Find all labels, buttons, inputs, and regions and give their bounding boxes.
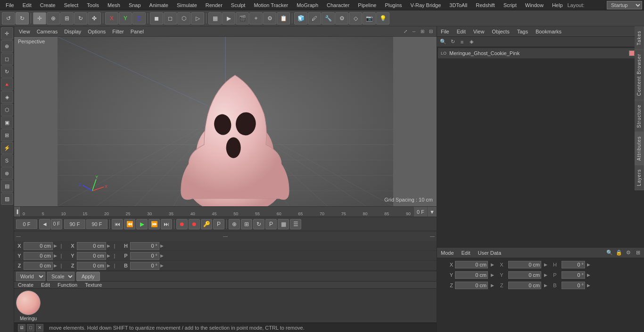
tab-layers[interactable]: Layers	[635, 165, 644, 190]
sidebar-btn-7[interactable]: ⬡	[1, 104, 13, 116]
coord-x-size-input[interactable]	[77, 242, 106, 250]
menu-snap[interactable]: Snap	[125, 1, 145, 9]
coord-z-pos-input[interactable]	[24, 262, 53, 270]
camera-button[interactable]: 📷	[363, 12, 376, 24]
coord-z-size-arrow[interactable]: ▶	[107, 263, 110, 268]
scale-tool-button[interactable]: ⊞	[60, 12, 74, 24]
sidebar-btn-3[interactable]: ◻	[1, 53, 13, 65]
coord-y-size-input[interactable]	[77, 252, 106, 260]
menu-window[interactable]: Window	[521, 1, 547, 9]
world-dropdown[interactable]: World Object	[16, 272, 45, 281]
attr-menu-mode[interactable]: Mode	[439, 250, 456, 256]
menu-3dtoall[interactable]: 3DToAll	[446, 1, 471, 9]
timeline-rotate-button[interactable]: ↻	[253, 219, 264, 229]
menu-tools[interactable]: Tools	[83, 1, 103, 9]
menu-vray[interactable]: V-Ray Bridge	[407, 1, 445, 9]
attr-menu-edit[interactable]: Edit	[460, 250, 472, 256]
attr-p-rot[interactable]	[561, 271, 585, 279]
start-frame-input[interactable]	[16, 219, 37, 229]
menu-mograph[interactable]: MoGraph	[293, 1, 322, 9]
sidebar-btn-4[interactable]: ↻	[1, 65, 13, 78]
material-menu-create[interactable]: Create	[16, 282, 35, 288]
frame-prev-arrow[interactable]: ◄	[39, 219, 50, 229]
menu-animate[interactable]: Animate	[146, 1, 172, 9]
apply-button[interactable]: Apply	[76, 272, 100, 281]
polygon-mode-button[interactable]: ▷	[191, 12, 204, 24]
menu-sculpt[interactable]: Sculpt	[227, 1, 249, 9]
tab-structure[interactable]: Structure	[635, 100, 644, 132]
coord-h-arrow[interactable]: ▶	[160, 243, 164, 248]
timeline-p-button[interactable]: P	[265, 219, 277, 229]
autokey-button[interactable]: ⏺	[189, 219, 200, 229]
null-button[interactable]: ◇	[349, 12, 362, 24]
object-mode-button[interactable]: ◼	[150, 12, 163, 24]
tab-takes[interactable]: Takes	[635, 26, 644, 49]
coord-x-pos-arrow[interactable]: ▶	[54, 243, 57, 248]
loop-end-input[interactable]	[86, 219, 107, 229]
coord-h-input[interactable]	[130, 242, 159, 250]
coord-x-size-arrow[interactable]: ▶	[107, 243, 110, 248]
obj-search-icon[interactable]: 🔍	[439, 38, 447, 46]
sidebar-btn-8[interactable]: ▣	[1, 116, 13, 129]
sidebar-btn-2[interactable]: ⊕	[1, 40, 13, 52]
sidebar-btn-9[interactable]: ⊞	[1, 129, 13, 141]
material-slot[interactable]: Meringu	[16, 291, 41, 321]
menu-help[interactable]: Help	[548, 1, 567, 9]
vp-ctrl-2[interactable]: ↔	[410, 28, 418, 35]
coord-x-pos-input[interactable]	[24, 242, 53, 250]
timeline-grid-button[interactable]: ▦	[278, 219, 289, 229]
deformer-button[interactable]: 🔧	[322, 12, 335, 24]
coord-y-size-arrow[interactable]: ▶	[107, 253, 110, 258]
step-back-button[interactable]: ⏪	[124, 219, 135, 229]
generator-button[interactable]: ⚙	[335, 12, 348, 24]
vp-ctrl-3[interactable]: ⊞	[419, 28, 426, 35]
status-icon-3[interactable]: ✕	[36, 324, 43, 332]
menu-motion-tracker[interactable]: Motion Tracker	[250, 1, 292, 9]
sidebar-btn-6[interactable]: ◈	[1, 91, 13, 103]
menu-render[interactable]: Render	[202, 1, 226, 9]
attr-z-pos[interactable]	[455, 282, 488, 289]
attr-y-pos[interactable]	[455, 271, 488, 279]
sidebar-btn-10[interactable]: ⚡	[1, 142, 13, 154]
attr-z-size[interactable]	[508, 282, 541, 289]
render-settings-button[interactable]: ⚙	[263, 12, 276, 24]
scale-dropdown[interactable]: Scale Size	[47, 272, 74, 281]
light-button[interactable]: 💡	[376, 12, 389, 24]
coord-b-input[interactable]	[130, 262, 159, 270]
layout-dropdown[interactable]: Startup Standard Animate	[607, 1, 642, 9]
rotate-tool-button[interactable]: ↻	[74, 12, 87, 24]
sidebar-btn-5[interactable]: 🔺	[1, 78, 13, 90]
menu-redshift[interactable]: Redshift	[472, 1, 498, 9]
y-axis-button[interactable]: Y	[119, 12, 132, 24]
timeline-frame-arrow[interactable]: ▼	[427, 207, 437, 217]
timeline-ruler[interactable]: 05101520 2530354045 5055606570 75808590	[20, 207, 413, 217]
obj-mgr-menu-edit[interactable]: Edit	[455, 28, 468, 35]
menu-pipeline[interactable]: Pipeline	[354, 1, 380, 9]
play-button[interactable]: ▶	[136, 219, 148, 229]
move-tool-button[interactable]: ⊕	[47, 12, 60, 24]
coord-p-input[interactable]	[130, 252, 159, 260]
viewport-menu-panel[interactable]: Panel	[128, 28, 147, 35]
attr-search-icon[interactable]: 🔍	[605, 249, 614, 257]
sidebar-btn-13[interactable]: ▤	[1, 180, 13, 192]
attr-lock-icon[interactable]: 🔒	[615, 249, 623, 257]
undo-button[interactable]: ↺	[2, 12, 15, 24]
menu-mesh[interactable]: Mesh	[104, 1, 124, 9]
render-queue-button[interactable]: 📋	[277, 12, 290, 24]
attr-h-rot[interactable]	[561, 261, 585, 268]
render-to-po-button[interactable]: 🎬	[236, 12, 249, 24]
motion-clip-button[interactable]: P	[213, 219, 224, 229]
vp-ctrl-4[interactable]: ⊟	[427, 28, 435, 35]
z-axis-button[interactable]: Z	[132, 12, 146, 24]
attr-settings-icon[interactable]: ⚙	[624, 249, 633, 257]
viewport-menu-view[interactable]: View	[16, 28, 33, 35]
vp-ctrl-1[interactable]: ⤢	[402, 28, 409, 35]
coord-z-pos-arrow[interactable]: ▶	[54, 263, 57, 268]
transform-tool-button[interactable]: ✤	[88, 12, 101, 24]
render-view-button[interactable]: ▶	[222, 12, 235, 24]
x-axis-button[interactable]: X	[105, 12, 118, 24]
material-menu-texture[interactable]: Texture	[83, 282, 104, 288]
select-tool-button[interactable]: ✛	[33, 12, 46, 24]
attr-x-size[interactable]	[508, 261, 541, 268]
menu-select[interactable]: Select	[60, 1, 83, 9]
